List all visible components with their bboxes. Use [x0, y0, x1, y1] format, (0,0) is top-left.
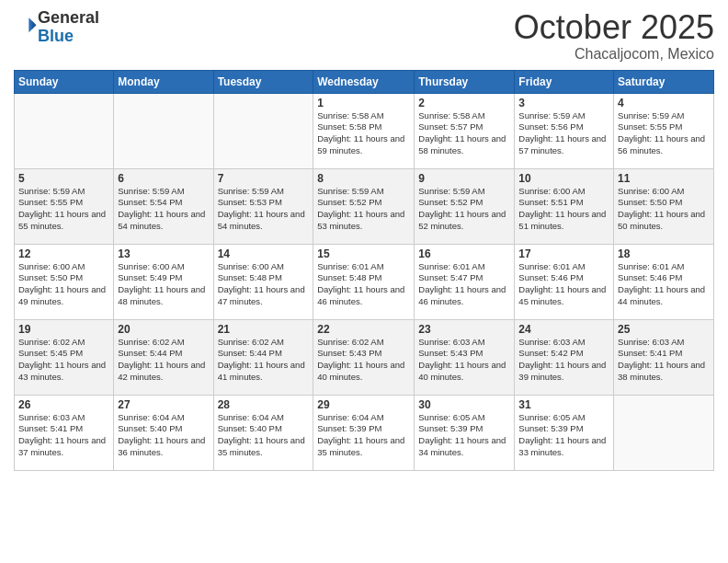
calendar-cell: 21Sunrise: 6:02 AM Sunset: 5:44 PM Dayli…: [213, 319, 313, 395]
calendar-cell: 30Sunrise: 6:05 AM Sunset: 5:39 PM Dayli…: [415, 395, 515, 470]
day-info: Sunrise: 5:59 AM Sunset: 5:55 PM Dayligh…: [618, 110, 710, 157]
day-number: 31: [518, 398, 609, 411]
calendar-cell: 1Sunrise: 5:58 AM Sunset: 5:58 PM Daylig…: [313, 93, 415, 168]
calendar-cell: 26Sunrise: 6:03 AM Sunset: 5:41 PM Dayli…: [15, 395, 114, 470]
day-info: Sunrise: 6:02 AM Sunset: 5:44 PM Dayligh…: [218, 337, 310, 384]
calendar-cell: 23Sunrise: 6:03 AM Sunset: 5:43 PM Dayli…: [415, 319, 515, 395]
day-info: Sunrise: 6:01 AM Sunset: 5:46 PM Dayligh…: [618, 261, 710, 308]
day-info: Sunrise: 5:59 AM Sunset: 5:55 PM Dayligh…: [18, 186, 109, 233]
logo: General Blue: [14, 9, 99, 46]
page-container: General Blue October 2025 Chacaljocom, M…: [0, 0, 728, 476]
day-info: Sunrise: 6:04 AM Sunset: 5:40 PM Dayligh…: [218, 412, 310, 459]
day-number: 10: [518, 172, 609, 185]
day-number: 26: [18, 398, 109, 411]
day-info: Sunrise: 5:59 AM Sunset: 5:56 PM Dayligh…: [518, 110, 609, 157]
calendar: Sunday Monday Tuesday Wednesday Thursday…: [14, 70, 714, 471]
calendar-cell: 20Sunrise: 6:02 AM Sunset: 5:44 PM Dayli…: [114, 319, 213, 395]
calendar-header-row: Sunday Monday Tuesday Wednesday Thursday…: [15, 70, 714, 93]
logo-blue: Blue: [38, 27, 74, 45]
calendar-cell: 7Sunrise: 5:59 AM Sunset: 5:53 PM Daylig…: [213, 168, 313, 244]
day-number: 6: [118, 172, 209, 185]
day-number: 2: [418, 97, 510, 109]
header: General Blue October 2025 Chacaljocom, M…: [14, 9, 714, 63]
col-tuesday: Tuesday: [213, 70, 313, 93]
title-block: October 2025 Chacaljocom, Mexico: [514, 9, 714, 63]
day-info: Sunrise: 5:58 AM Sunset: 5:58 PM Dayligh…: [317, 110, 410, 157]
day-info: Sunrise: 6:03 AM Sunset: 5:43 PM Dayligh…: [418, 337, 510, 384]
day-number: 3: [518, 97, 609, 109]
day-info: Sunrise: 5:59 AM Sunset: 5:53 PM Dayligh…: [218, 186, 310, 233]
day-info: Sunrise: 6:03 AM Sunset: 5:42 PM Dayligh…: [518, 337, 609, 384]
calendar-week-2: 5Sunrise: 5:59 AM Sunset: 5:55 PM Daylig…: [15, 168, 714, 244]
day-info: Sunrise: 6:01 AM Sunset: 5:46 PM Dayligh…: [518, 261, 609, 308]
day-info: Sunrise: 6:05 AM Sunset: 5:39 PM Dayligh…: [518, 412, 609, 459]
col-thursday: Thursday: [415, 70, 515, 93]
day-number: 4: [618, 97, 710, 109]
col-sunday: Sunday: [15, 70, 114, 93]
calendar-cell: 12Sunrise: 6:00 AM Sunset: 5:50 PM Dayli…: [15, 244, 114, 319]
day-number: 20: [118, 323, 209, 336]
logo-general: General: [38, 8, 99, 27]
day-number: 30: [418, 398, 510, 411]
calendar-week-5: 26Sunrise: 6:03 AM Sunset: 5:41 PM Dayli…: [15, 395, 714, 470]
day-number: 14: [218, 247, 310, 260]
calendar-cell: 18Sunrise: 6:01 AM Sunset: 5:46 PM Dayli…: [614, 244, 714, 319]
day-info: Sunrise: 6:02 AM Sunset: 5:44 PM Dayligh…: [118, 337, 209, 384]
col-monday: Monday: [114, 70, 213, 93]
day-info: Sunrise: 5:58 AM Sunset: 5:57 PM Dayligh…: [418, 110, 510, 157]
col-wednesday: Wednesday: [313, 70, 415, 93]
day-number: 16: [418, 247, 510, 260]
day-number: 11: [618, 172, 710, 185]
calendar-cell: 11Sunrise: 6:00 AM Sunset: 5:50 PM Dayli…: [614, 168, 714, 244]
calendar-cell: [614, 395, 714, 470]
day-info: Sunrise: 6:00 AM Sunset: 5:48 PM Dayligh…: [218, 261, 310, 308]
day-number: 17: [518, 247, 609, 260]
calendar-cell: 9Sunrise: 5:59 AM Sunset: 5:52 PM Daylig…: [415, 168, 515, 244]
calendar-cell: 29Sunrise: 6:04 AM Sunset: 5:39 PM Dayli…: [313, 395, 415, 470]
logo-icon: [16, 15, 38, 37]
calendar-cell: 14Sunrise: 6:00 AM Sunset: 5:48 PM Dayli…: [213, 244, 313, 319]
calendar-cell: 5Sunrise: 5:59 AM Sunset: 5:55 PM Daylig…: [15, 168, 114, 244]
calendar-week-3: 12Sunrise: 6:00 AM Sunset: 5:50 PM Dayli…: [15, 244, 714, 319]
day-info: Sunrise: 6:00 AM Sunset: 5:51 PM Dayligh…: [518, 186, 609, 233]
day-number: 21: [218, 323, 310, 336]
day-info: Sunrise: 6:02 AM Sunset: 5:45 PM Dayligh…: [18, 337, 109, 384]
calendar-cell: 3Sunrise: 5:59 AM Sunset: 5:56 PM Daylig…: [515, 93, 614, 168]
calendar-cell: 4Sunrise: 5:59 AM Sunset: 5:55 PM Daylig…: [614, 93, 714, 168]
day-number: 24: [518, 323, 609, 336]
day-number: 8: [317, 172, 410, 185]
day-info: Sunrise: 5:59 AM Sunset: 5:52 PM Dayligh…: [317, 186, 410, 233]
col-saturday: Saturday: [614, 70, 714, 93]
day-number: 7: [218, 172, 310, 185]
day-number: 13: [118, 247, 209, 260]
calendar-cell: 16Sunrise: 6:01 AM Sunset: 5:47 PM Dayli…: [415, 244, 515, 319]
day-info: Sunrise: 6:01 AM Sunset: 5:48 PM Dayligh…: [317, 261, 410, 308]
calendar-cell: 15Sunrise: 6:01 AM Sunset: 5:48 PM Dayli…: [313, 244, 415, 319]
calendar-cell: 2Sunrise: 5:58 AM Sunset: 5:57 PM Daylig…: [415, 93, 515, 168]
logo-text: General Blue: [38, 9, 99, 46]
day-info: Sunrise: 6:01 AM Sunset: 5:47 PM Dayligh…: [418, 261, 510, 308]
day-number: 1: [317, 97, 410, 109]
month-title: October 2025: [514, 9, 714, 46]
calendar-cell: 6Sunrise: 5:59 AM Sunset: 5:54 PM Daylig…: [114, 168, 213, 244]
day-info: Sunrise: 5:59 AM Sunset: 5:52 PM Dayligh…: [418, 186, 510, 233]
calendar-cell: 24Sunrise: 6:03 AM Sunset: 5:42 PM Dayli…: [515, 319, 614, 395]
day-info: Sunrise: 6:00 AM Sunset: 5:49 PM Dayligh…: [118, 261, 209, 308]
day-info: Sunrise: 6:00 AM Sunset: 5:50 PM Dayligh…: [18, 261, 109, 308]
calendar-cell: 13Sunrise: 6:00 AM Sunset: 5:49 PM Dayli…: [114, 244, 213, 319]
calendar-cell: 28Sunrise: 6:04 AM Sunset: 5:40 PM Dayli…: [213, 395, 313, 470]
svg-marker-1: [32, 20, 37, 29]
calendar-cell: 25Sunrise: 6:03 AM Sunset: 5:41 PM Dayli…: [614, 319, 714, 395]
calendar-cell: 17Sunrise: 6:01 AM Sunset: 5:46 PM Dayli…: [515, 244, 614, 319]
calendar-cell: [15, 93, 114, 168]
day-number: 23: [418, 323, 510, 336]
day-number: 22: [317, 323, 410, 336]
day-number: 25: [618, 323, 710, 336]
col-friday: Friday: [515, 70, 614, 93]
calendar-cell: 19Sunrise: 6:02 AM Sunset: 5:45 PM Dayli…: [15, 319, 114, 395]
calendar-cell: 8Sunrise: 5:59 AM Sunset: 5:52 PM Daylig…: [313, 168, 415, 244]
calendar-cell: [114, 93, 213, 168]
day-number: 9: [418, 172, 510, 185]
day-number: 28: [218, 398, 310, 411]
day-number: 19: [18, 323, 109, 336]
